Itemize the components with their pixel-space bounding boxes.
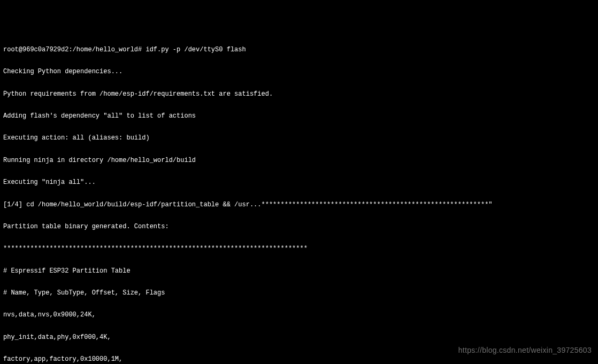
- output-line: nvs,data,nvs,0x9000,24K,: [3, 312, 595, 319]
- output-line: Python requirements from /home/esp-idf/r…: [3, 91, 595, 98]
- watermark-text: https://blog.csdn.net/weixin_39725603: [458, 346, 592, 354]
- output-line: Running ninja in directory /home/hello_w…: [3, 157, 595, 165]
- output-line: Executing action: all (aliases: build): [3, 135, 595, 142]
- output-line: Adding flash's dependency "all" to list …: [3, 113, 595, 120]
- terminal-output[interactable]: root@969c0a7929d2:/home/hello_world# idf…: [3, 32, 595, 364]
- output-line: # Name, Type, SubType, Offset, Size, Fla…: [3, 290, 595, 297]
- output-line: Partition table binary generated. Conten…: [3, 223, 595, 231]
- output-line: Checking Python dependencies...: [3, 68, 595, 76]
- command-text: idf.py -p /dev/ttyS0 flash: [145, 46, 246, 53]
- output-line: phy_init,data,phy,0xf000,4K,: [3, 334, 595, 342]
- output-line: ****************************************…: [3, 245, 595, 253]
- output-line: # Espressif ESP32 Partition Table: [3, 268, 595, 275]
- output-line: Executing "ninja all"...: [3, 179, 595, 187]
- shell-prompt: root@969c0a7929d2:/home/hello_world#: [3, 46, 145, 53]
- command-line: root@969c0a7929d2:/home/hello_world# idf…: [3, 47, 595, 54]
- output-line: factory,app,factory,0x10000,1M,: [3, 356, 595, 363]
- output-line: [1/4] cd /home/hello_world/build/esp-idf…: [3, 202, 595, 209]
